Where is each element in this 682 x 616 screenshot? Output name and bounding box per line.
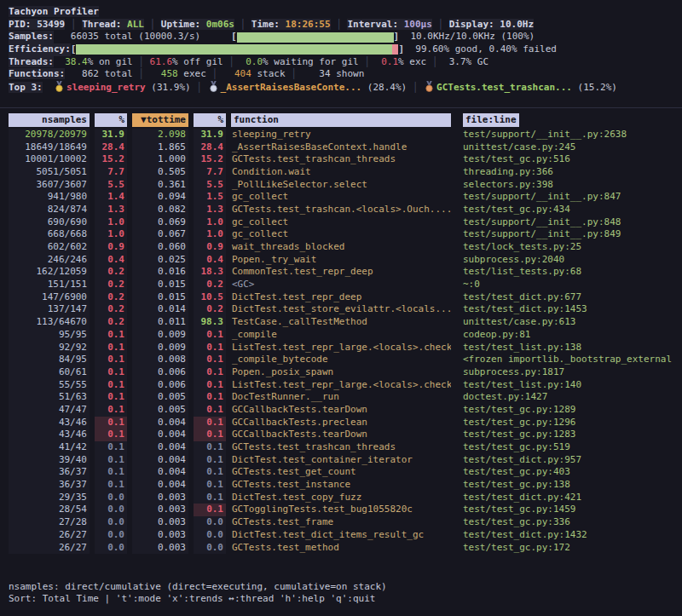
segment: 53499: [37, 19, 65, 30]
cell-cum-pct: 18.3: [194, 266, 226, 279]
segment: 0.0: [240, 56, 263, 67]
cell-pct: 0.1: [95, 366, 127, 379]
cell-nsamples: 20978/20979: [9, 129, 90, 141]
table-row: 941/9801.40.0941.5gc_collecttest/support…: [9, 191, 680, 204]
cell-pct: 1.0: [95, 216, 127, 229]
cell-file-line: test/test_dict.py:677: [456, 291, 680, 304]
column-header-function[interactable]: function: [231, 113, 451, 127]
cell-nsamples: 668/668: [9, 228, 90, 241]
segment: 100µs: [404, 19, 432, 30]
column-header-cum-pct[interactable]: %: [194, 113, 226, 127]
table-row: 92/920.10.0090.1ListTest.test_repr_large…: [9, 342, 680, 354]
cell-nsamples: 41/42: [9, 441, 90, 454]
segment: 862: [65, 68, 99, 79]
separator: │: [407, 82, 424, 93]
cell-function: _compile: [231, 329, 451, 342]
cell-nsamples: 162/12059: [9, 266, 90, 279]
cell-cum-pct: 0.1: [194, 454, 226, 467]
table-row: 28/540.00.0030.1GCTogglingTests.test_bug…: [9, 504, 680, 516]
cell-pct: 28.4: [95, 141, 127, 154]
table-body: 20978/2097931.92.09831.9sleeping_retryte…: [0, 129, 682, 554]
table-row: 43/460.10.0040.1GCCallbackTests.tearDown…: [9, 429, 680, 441]
cell-pct: 0.2: [95, 316, 127, 329]
cell-tottime: 0.008: [132, 354, 188, 366]
cell-tottime: 0.009: [132, 329, 188, 342]
cell-file-line: test/test_gc.py:519: [456, 441, 680, 454]
cell-file-line: test/test_gc.py:336: [456, 516, 680, 529]
cell-tottime: 0.004: [132, 441, 188, 454]
cell-cum-pct: 0.1: [194, 342, 226, 354]
cell-function: _PollLikeSelector.select: [231, 179, 451, 192]
cell-tottime: 0.005: [132, 404, 188, 417]
table-row: 26/270.00.0030.0DictTest.test_dict_items…: [9, 529, 680, 542]
cell-cum-pct: 1.0: [194, 228, 226, 241]
cell-function: <GC>: [231, 279, 451, 291]
table-row: 137/1470.20.0140.2DictTest.test_store_ev…: [9, 303, 680, 316]
segment: ALL: [127, 19, 144, 30]
table-row: 51/630.10.0050.1DocTestRunner.__rundocte…: [9, 391, 680, 404]
cell-cum-pct: 0.1: [194, 441, 226, 454]
cell-function: GCTests.test_get_count: [231, 466, 451, 479]
cell-function: gc_collect: [231, 191, 451, 204]
cell-nsamples: 26/27: [9, 529, 90, 542]
column-header-file-line[interactable]: file:line: [463, 113, 519, 127]
segment: exec: [178, 68, 206, 79]
cell-file-line: test/test_dict.py:1432: [456, 529, 680, 542]
cell-function: GCTests.test_method: [231, 542, 451, 555]
cell-function: ListTest.test_repr_large.<locals>.check: [231, 379, 451, 392]
cell-nsamples: 36/37: [9, 466, 90, 479]
cell-nsamples: 941/980: [9, 191, 90, 204]
cell-tottime: 0.025: [132, 254, 188, 267]
cell-cum-pct: 0.1: [194, 504, 226, 516]
cell-nsamples: 84/95: [9, 354, 90, 366]
segment: 18:26:55: [286, 19, 331, 30]
cell-nsamples: 18649/18649: [9, 141, 90, 154]
spacer: [43, 82, 54, 93]
cell-file-line: test/test_dict.py:421: [456, 492, 680, 504]
segment: PID:: [9, 19, 37, 30]
cell-file-line: test/list_tests.py:68: [456, 266, 680, 279]
cell-nsamples: 36/37: [9, 479, 90, 492]
cell-function: _AssertRaisesBaseContext.handle: [231, 141, 451, 154]
cell-file-line: unittest/case.py:245: [456, 141, 680, 154]
cell-nsamples: 151/151: [9, 279, 90, 291]
segment: Thread:: [82, 19, 127, 30]
cell-function: DictTest.test_copy_fuzz: [231, 492, 451, 504]
cell-function: ListTest.test_repr_large.<locals>.check: [231, 342, 451, 354]
cell-tottime: 0.082: [132, 204, 188, 216]
cell-pct: 7.7: [95, 166, 127, 179]
segment: │: [133, 56, 150, 67]
app-title-line: Tachyon Profiler: [0, 6, 682, 19]
cell-pct: 0.1: [95, 417, 127, 429]
top3-entry-2-pct: (28.4%): [361, 82, 407, 93]
cell-nsamples: 60/61: [9, 366, 90, 379]
cell-pct: 1.0: [95, 228, 127, 241]
efficiency-line: Efficiency:[] 99.60% good, 0.40% failed: [0, 43, 682, 56]
cell-pct: 0.2: [95, 303, 127, 316]
cell-tottime: 0.060: [132, 241, 188, 254]
cell-file-line: test/test_dict.py:957: [456, 454, 680, 467]
cell-nsamples: 92/92: [9, 342, 90, 354]
cell-tottime: 0.004: [132, 479, 188, 492]
table-row: 55/550.10.0060.1ListTest.test_repr_large…: [9, 379, 680, 392]
table-row: 47/470.10.0050.1GCCallbackTests.tearDown…: [9, 404, 680, 417]
cell-nsamples: 47/47: [9, 404, 90, 417]
cell-nsamples: 113/64670: [9, 316, 90, 329]
table-row: 43/460.10.0040.1GCCallbackTests.preclean…: [9, 417, 680, 429]
column-header-pct[interactable]: %: [95, 113, 127, 127]
cell-function: gc_collect: [231, 216, 451, 229]
top3-entry-1-name: sleeping_retry: [66, 82, 146, 93]
column-header-nsamples[interactable]: nsamples: [9, 113, 90, 127]
cell-file-line: test/test_gc.py:172: [456, 542, 680, 555]
cell-nsamples: 29/35: [9, 492, 90, 504]
cell-function: GCCallbackTests.tearDown: [231, 429, 451, 441]
segment: Functions:: [9, 68, 65, 79]
column-header-tottime-sorted[interactable]: ▼tottime: [132, 113, 188, 127]
cell-file-line: test/support/__init__.py:2638: [456, 129, 680, 141]
cell-file-line: codeop.py:81: [456, 329, 680, 342]
table-row: 5051/50517.70.5057.7Condition.waitthread…: [9, 166, 680, 179]
efficiency-label: Efficiency:: [9, 43, 71, 56]
cell-tottime: 0.069: [132, 216, 188, 229]
cell-tottime: 0.094: [132, 191, 188, 204]
cell-tottime: 0.004: [132, 429, 188, 441]
